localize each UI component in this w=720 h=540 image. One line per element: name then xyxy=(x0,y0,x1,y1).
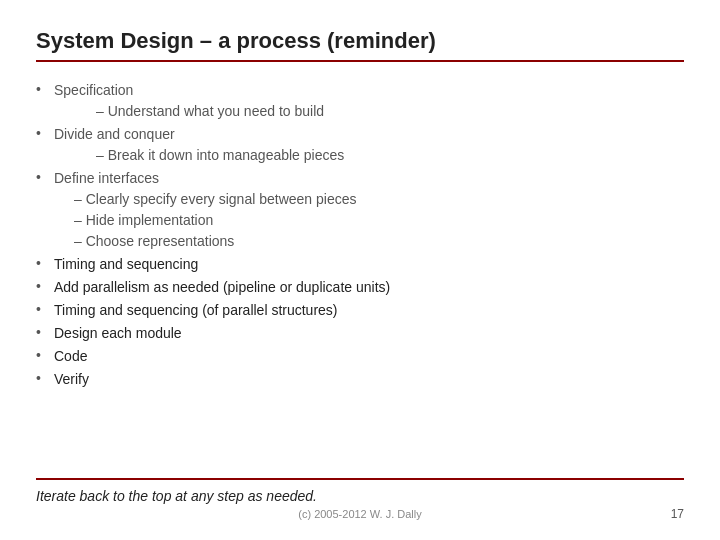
slide-content: • Specification – Understand what you ne… xyxy=(36,72,684,478)
sub-text: – Hide implementation xyxy=(74,210,213,231)
list-item: – Clearly specify every signal between p… xyxy=(74,189,356,210)
bullet-dot: • xyxy=(36,80,54,97)
sub-text: – Break it down into manageable pieces xyxy=(96,145,344,166)
list-item: • Timing and sequencing xyxy=(36,254,684,275)
sub-list: – Clearly specify every signal between p… xyxy=(54,189,356,252)
bullet-text: Specification xyxy=(54,82,133,98)
list-item: – Hide implementation xyxy=(74,210,356,231)
bullet-text: Define interfaces xyxy=(54,170,159,186)
footer-credits: (c) 2005-2012 W. J. Dally 17 xyxy=(36,508,684,520)
iterate-text: Iterate back to the top at any step as n… xyxy=(36,488,684,504)
bullet-dot: • xyxy=(36,277,54,294)
bullet-text: Code xyxy=(54,346,87,367)
slide: System Design – a process (reminder) • S… xyxy=(0,0,720,540)
bullet-text: Design each module xyxy=(54,323,182,344)
bullet-dot: • xyxy=(36,300,54,317)
bullet-dot: • xyxy=(36,168,54,185)
sub-text: – Clearly specify every signal between p… xyxy=(74,189,356,210)
sub-text: – Choose representations xyxy=(74,231,234,252)
list-item: – Understand what you need to build xyxy=(74,101,324,122)
list-item: • Define interfaces – Clearly specify ev… xyxy=(36,168,684,252)
bullet-text: Timing and sequencing (of parallel struc… xyxy=(54,300,338,321)
bullet-dot: • xyxy=(36,369,54,386)
slide-footer: Iterate back to the top at any step as n… xyxy=(36,478,684,520)
bullet-text: Divide and conquer xyxy=(54,126,175,142)
list-item: • Divide and conquer – Break it down int… xyxy=(36,124,684,166)
bullet-list: • Specification – Understand what you ne… xyxy=(36,80,684,390)
list-item: • Specification – Understand what you ne… xyxy=(36,80,684,122)
bullet-text: Add parallelism as needed (pipeline or d… xyxy=(54,277,390,298)
credits-text: (c) 2005-2012 W. J. Dally xyxy=(298,508,422,520)
bullet-text: Verify xyxy=(54,369,89,390)
page-number: 17 xyxy=(671,507,684,521)
list-item: • Timing and sequencing (of parallel str… xyxy=(36,300,684,321)
sub-list: – Break it down into manageable pieces xyxy=(54,145,344,166)
bullet-text: Timing and sequencing xyxy=(54,254,198,275)
bullet-dot: • xyxy=(36,254,54,271)
sub-text: – Understand what you need to build xyxy=(96,101,324,122)
list-item: • Verify xyxy=(36,369,684,390)
bullet-dot: • xyxy=(36,346,54,363)
list-item: – Choose representations xyxy=(74,231,356,252)
slide-title: System Design – a process (reminder) xyxy=(36,28,684,62)
list-item: • Design each module xyxy=(36,323,684,344)
list-item: • Add parallelism as needed (pipeline or… xyxy=(36,277,684,298)
bullet-dot: • xyxy=(36,124,54,141)
bullet-dot: • xyxy=(36,323,54,340)
sub-list: – Understand what you need to build xyxy=(54,101,324,122)
list-item: • Code xyxy=(36,346,684,367)
list-item: – Break it down into manageable pieces xyxy=(74,145,344,166)
